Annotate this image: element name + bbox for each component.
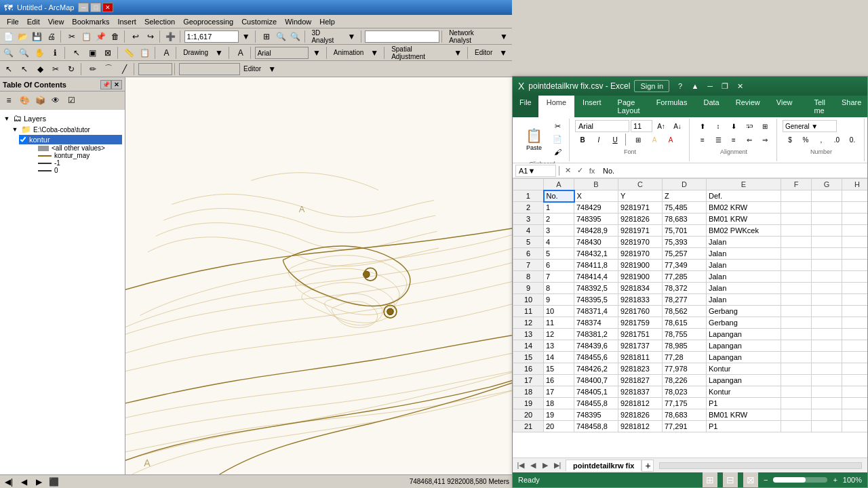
cell-d6[interactable]: 75,257 [663,248,707,260]
cell-e2[interactable]: BM02 KRW [707,202,781,214]
cell-a17[interactable]: 16 [544,375,574,386]
tab-view[interactable]: View [768,96,801,117]
cell-a10[interactable]: 9 [544,294,574,306]
font-size-btn[interactable]: ▼ [309,45,324,60]
col-a-header[interactable]: A [544,179,574,190]
cell-a20[interactable]: 19 [544,409,574,421]
select2-btn[interactable]: ▣ [85,45,100,60]
cell-d4[interactable]: 75,701 [663,225,707,237]
cell-b4[interactable]: 748428,9 [574,225,618,237]
sheet-next-btn[interactable]: ▶ [540,460,551,471]
cell-d13[interactable]: 78,755 [663,329,707,340]
zoom-out-btn[interactable]: 🔍 [288,29,302,44]
cell-a18[interactable]: 17 [544,386,574,398]
new-btn[interactable]: 📄 [1,29,15,44]
cell-empty[interactable] [812,260,842,271]
cell-d1[interactable]: Z [663,190,707,202]
cell-b9[interactable]: 748392,5 [574,283,618,294]
open-btn[interactable]: 📂 [16,29,29,44]
cell-a5[interactable]: 4 [544,237,574,248]
cell-d14[interactable]: 78,985 [663,340,707,352]
tab-page-layout[interactable]: Page Layout [610,96,648,117]
cell-e18[interactable]: Kontur [707,386,781,398]
cell-c2[interactable]: 9281971 [618,202,663,214]
cell-empty[interactable] [781,386,812,398]
cell-empty[interactable] [842,317,868,329]
cell-c16[interactable]: 9281823 [618,363,663,375]
cell-a3[interactable]: 2 [544,214,574,225]
cell-e15[interactable]: Lapangan [707,352,781,363]
status-btn2[interactable]: ◀ [18,476,30,488]
copy-btn[interactable]: 📋 [79,29,93,44]
scale-dropdown[interactable]: ▼ [239,29,253,44]
feature-template[interactable] [179,63,240,75]
cell-a1[interactable]: No. [544,190,574,202]
cell-empty[interactable] [812,237,842,248]
cell-empty[interactable] [812,248,842,260]
sign-in-btn[interactable]: Sign in [634,80,669,92]
indent-inc-btn[interactable]: ⇒ [757,134,772,146]
cell-c14[interactable]: 9281737 [618,340,663,352]
cell-empty[interactable] [842,363,868,375]
page-break-view-btn[interactable]: ⊠ [743,472,758,487]
zoom-in-icon[interactable]: + [833,476,837,484]
dec-dec-btn[interactable]: 0. [845,134,860,146]
cell-b7[interactable]: 748411,8 [574,260,618,271]
cell-c11[interactable]: 9281760 [618,306,663,317]
cell-empty[interactable] [842,260,868,271]
cell-empty[interactable] [781,340,812,352]
cell-empty[interactable] [812,294,842,306]
cell-empty[interactable] [842,237,868,248]
cell-c17[interactable]: 9281827 [618,375,663,386]
cell-b15[interactable]: 748455,6 [574,352,618,363]
cell-d16[interactable]: 77,978 [663,363,707,375]
tab-data[interactable]: Data [695,96,727,117]
cell-e3[interactable]: BM01 KRW [707,214,781,225]
tab-insert[interactable]: Insert [574,96,610,117]
select-btn[interactable]: ↖ [69,45,84,60]
toc-close-btn[interactable]: ✕ [111,80,122,89]
paste-btn[interactable]: 📋 Paste [519,124,549,155]
cell-a2[interactable]: 1 [544,202,574,214]
cell-empty[interactable] [781,421,812,432]
tab-formulas[interactable]: Formulas [648,96,696,117]
copy-btn2[interactable]: 📄 [550,133,565,145]
merge-btn[interactable]: ⊞ [757,120,772,132]
underline-btn[interactable]: U [608,134,623,146]
bold-btn[interactable]: B [575,134,590,146]
formula-input[interactable] [600,167,865,175]
col-h-header[interactable]: H [842,179,868,190]
cell-d7[interactable]: 77,349 [663,260,707,271]
cell-a8[interactable]: 7 [544,271,574,283]
cell-a14[interactable]: 13 [544,340,574,352]
cell-empty[interactable] [842,386,868,398]
cell-d10[interactable]: 78,277 [663,294,707,306]
cell-e7[interactable]: Jalan [707,260,781,271]
cell-c18[interactable]: 9281837 [618,386,663,398]
menu-selection[interactable]: Selection [140,16,179,27]
zoom-in2[interactable]: 🔍 [1,45,16,60]
align-middle-btn[interactable]: ↕ [711,120,726,132]
cell-empty[interactable] [842,398,868,409]
status-btn3[interactable]: ▶ [33,476,45,488]
zoom-slider[interactable] [773,477,827,483]
redo-btn[interactable]: ↪ [143,29,157,44]
zoom-out2[interactable]: 🔍 [17,45,32,60]
cell-d17[interactable]: 78,226 [663,375,707,386]
cell-e9[interactable]: Jalan [707,283,781,294]
format-painter-btn[interactable]: 🖌 [550,146,565,158]
kontur-checkbox[interactable] [19,136,27,144]
cell-empty[interactable] [842,375,868,386]
menu-customize[interactable]: Customize [237,16,281,27]
save-btn[interactable]: 💾 [31,29,44,44]
cell-empty[interactable] [812,190,842,202]
cell-empty[interactable] [812,363,842,375]
cell-b2[interactable]: 748429 [574,202,618,214]
align-left-btn[interactable]: ≡ [695,134,710,146]
cell-empty[interactable] [781,190,812,202]
cancel-formula-btn[interactable]: ✕ [562,165,573,176]
cell-e10[interactable]: Jalan [707,294,781,306]
font-color-btn[interactable]: A [663,134,678,146]
align-right-btn[interactable]: ≡ [726,134,741,146]
excel-help-btn[interactable]: ? [673,80,687,92]
